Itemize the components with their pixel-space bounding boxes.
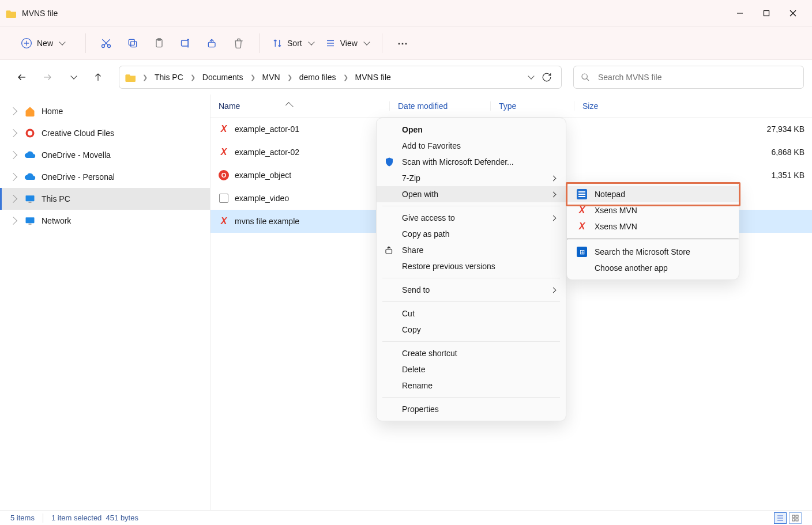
ctx-open-with[interactable]: Open with — [377, 186, 566, 202]
ctx-delete[interactable]: Delete — [377, 361, 566, 377]
maximize-button[interactable] — [753, 4, 780, 22]
xsens-file-icon: X — [221, 124, 227, 134]
new-button[interactable]: New — [17, 35, 68, 51]
file-name: example_object — [235, 171, 389, 180]
forward-button[interactable] — [37, 67, 58, 88]
ctx-cut[interactable]: Cut — [377, 305, 566, 322]
openwith-search-the-microsoft-store[interactable]: ⊞Search the Microsoft Store — [567, 244, 739, 260]
view-button[interactable]: View — [319, 32, 375, 55]
notepad-icon — [577, 189, 587, 199]
search-input[interactable] — [597, 72, 796, 82]
chevron-down-icon — [59, 39, 65, 45]
search-box[interactable] — [573, 66, 804, 89]
item-count: 5 items — [10, 513, 35, 522]
openwith-notepad[interactable]: Notepad — [567, 186, 739, 202]
column-date[interactable]: Date modified — [389, 101, 490, 111]
openwith-choose-another-app[interactable]: Choose another app — [567, 260, 739, 276]
chevron-down-icon — [363, 39, 370, 45]
chevron-right-icon — [551, 191, 557, 197]
ctx-give-access-to[interactable]: Give access to — [377, 210, 566, 226]
ctx-send-to[interactable]: Send to — [377, 282, 566, 298]
openwith-xsens-mvn[interactable]: XXsens MVN — [567, 202, 739, 218]
chevron-right-icon — [9, 173, 17, 181]
close-button[interactable] — [780, 4, 806, 22]
svg-rect-25 — [29, 202, 32, 203]
cut-button[interactable] — [93, 32, 119, 55]
file-name: example_actor-02 — [235, 148, 389, 157]
tree-item-this-pc[interactable]: This PC — [0, 188, 210, 210]
column-size[interactable]: Size — [574, 101, 637, 111]
copy-button[interactable] — [119, 32, 146, 55]
ctx-rename[interactable]: Rename — [377, 377, 566, 394]
ctx-label: Restore previous versions — [402, 262, 495, 271]
chevron-right-icon: ❯ — [248, 74, 258, 81]
shield-icon — [384, 156, 395, 168]
ctx-label: Give access to — [402, 213, 455, 222]
ctx-open[interactable]: Open — [377, 122, 566, 138]
toolbar: New Sort View ⋯ — [0, 27, 812, 60]
titlebar: MVNS file — [0, 0, 812, 27]
ctx-label: Copy as path — [402, 229, 450, 239]
delete-button[interactable] — [225, 32, 252, 55]
svg-rect-28 — [29, 224, 32, 225]
svg-rect-15 — [182, 40, 189, 46]
ctx-label: Cut — [402, 309, 415, 318]
ctx-label: Copy — [402, 325, 421, 334]
svg-point-23 — [28, 131, 32, 135]
file-name: example_actor-01 — [235, 124, 389, 134]
breadcrumb[interactable]: MVN — [261, 71, 281, 83]
sort-button[interactable]: Sort — [266, 32, 319, 55]
openwith-label: Search the Microsoft Store — [595, 247, 690, 256]
openwith-label: Xsens MVN — [595, 206, 637, 215]
tree-item-label: This PC — [42, 194, 70, 203]
navigation-tree: HomeCreative Cloud FilesOneDrive - Movel… — [0, 95, 210, 510]
column-name[interactable]: Name — [210, 101, 389, 111]
breadcrumb[interactable]: demo files — [298, 71, 337, 83]
recent-button[interactable] — [62, 67, 83, 88]
ctx-properties[interactable]: Properties — [377, 401, 566, 417]
rename-button[interactable] — [172, 32, 199, 55]
address-bar[interactable]: ❯ This PC ❯ Documents ❯ MVN ❯ demo files… — [119, 66, 562, 89]
tree-item-creative-cloud-files[interactable]: Creative Cloud Files — [0, 122, 210, 144]
more-button[interactable]: ⋯ — [389, 32, 416, 55]
ctx-add-to-favorites[interactable]: Add to Favorites — [377, 138, 566, 154]
ctx-copy-as-path[interactable]: Copy as path — [377, 226, 566, 242]
share-button[interactable] — [199, 32, 225, 55]
up-button[interactable] — [88, 67, 108, 88]
breadcrumb[interactable]: Documents — [201, 71, 245, 83]
xsens-icon: X — [579, 221, 585, 232]
ctx-label: Create shortcut — [402, 349, 457, 358]
ctx-label: Delete — [402, 365, 425, 374]
details-view-button[interactable] — [774, 512, 787, 524]
ctx-copy[interactable]: Copy — [377, 322, 566, 338]
openwith-xsens-mvn[interactable]: XXsens MVN — [567, 218, 739, 235]
ctx-create-shortcut[interactable]: Create shortcut — [377, 345, 566, 361]
svg-line-21 — [587, 78, 589, 81]
ctx-restore-previous-versions[interactable]: Restore previous versions — [377, 258, 566, 274]
chevron-down-icon[interactable] — [528, 73, 534, 79]
tree-item-onedrive---movella[interactable]: OneDrive - Movella — [0, 144, 210, 166]
tree-item-home[interactable]: Home — [0, 100, 210, 122]
minimize-button[interactable] — [727, 4, 753, 22]
xsens-icon: X — [579, 205, 585, 216]
video-file-icon — [219, 194, 228, 203]
back-button[interactable] — [12, 67, 32, 88]
search-icon — [581, 73, 590, 82]
tree-item-onedrive---personal[interactable]: OneDrive - Personal — [0, 166, 210, 188]
ctx-scan-with-microsoft-defender-[interactable]: Scan with Microsoft Defender... — [377, 154, 566, 170]
refresh-icon[interactable] — [542, 72, 552, 82]
column-type[interactable]: Type — [490, 101, 574, 111]
ctx--zip[interactable]: 7-Zip — [377, 170, 566, 186]
tree-item-network[interactable]: Network — [0, 210, 210, 232]
nav-row: ❯ This PC ❯ Documents ❯ MVN ❯ demo files… — [0, 60, 812, 95]
breadcrumb[interactable]: MVNS file — [354, 71, 392, 83]
paste-button[interactable] — [146, 32, 172, 55]
thumbnails-view-button[interactable] — [789, 512, 802, 524]
ctx-label: Add to Favorites — [402, 141, 461, 150]
ctx-share[interactable]: Share — [377, 242, 566, 258]
folder-icon — [125, 73, 137, 82]
breadcrumb[interactable]: This PC — [153, 71, 185, 83]
svg-point-20 — [582, 74, 587, 79]
chevron-right-icon: ❯ — [140, 74, 150, 81]
xsens-file-icon: X — [221, 216, 227, 226]
